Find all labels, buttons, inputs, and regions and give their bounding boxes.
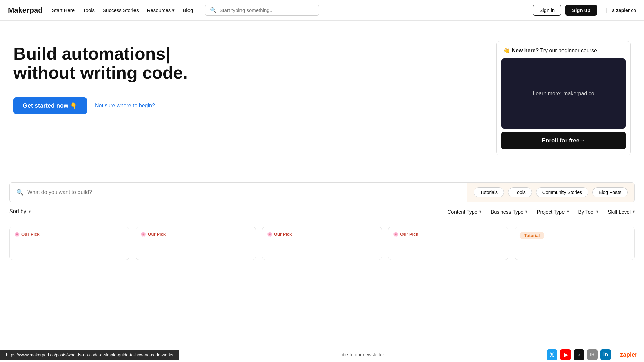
business-type-chevron-icon: ▾ bbox=[525, 209, 527, 214]
skill-level-dropdown[interactable]: Skill Level ▾ bbox=[608, 209, 635, 215]
enroll-button[interactable]: Enroll for free→ bbox=[501, 132, 626, 149]
sort-chevron-icon: ▾ bbox=[29, 209, 31, 214]
nav-search-input[interactable] bbox=[219, 7, 314, 13]
nav-success-stories[interactable]: Success Stories bbox=[103, 7, 139, 13]
our-pick-badge-2: 🌸 Our Pick bbox=[267, 232, 377, 237]
filter-tag-tutorials[interactable]: Tutorials bbox=[474, 187, 504, 197]
search-icon: 🔍 bbox=[210, 7, 217, 13]
wave-emoji: 👋 bbox=[503, 48, 510, 53]
signin-button[interactable]: Sign in bbox=[533, 5, 561, 16]
course-sub-text: Try our beginner course bbox=[540, 48, 597, 53]
project-type-dropdown[interactable]: Project Type ▾ bbox=[537, 209, 569, 215]
our-pick-badge-0: 🌸 Our Pick bbox=[14, 232, 124, 237]
project-type-chevron-icon: ▾ bbox=[567, 209, 569, 214]
hero-section: Build automations| without writing code.… bbox=[0, 21, 644, 172]
filter-section: 🔍 Tutorials Tools Community Stories Blog… bbox=[0, 172, 644, 202]
course-card-header: 👋 New here? Try our beginner course bbox=[497, 41, 630, 55]
new-here-label: New here? bbox=[512, 48, 539, 53]
card-3[interactable]: 🌸 Our Pick bbox=[388, 227, 508, 260]
hero-title-line2: without writing code. bbox=[13, 63, 476, 82]
sunflower-icon-3: 🌸 bbox=[393, 232, 398, 237]
hero-title-line1: Build automations| bbox=[13, 44, 476, 63]
skill-level-chevron-icon: ▾ bbox=[633, 209, 635, 214]
course-card: 👋 New here? Try our beginner course Lear… bbox=[496, 41, 631, 155]
hero-left: Build automations| without writing code.… bbox=[13, 41, 476, 114]
filter-search: 🔍 bbox=[10, 183, 467, 202]
card-1[interactable]: 🌸 Our Pick bbox=[136, 227, 256, 260]
hero-title: Build automations| without writing code. bbox=[13, 44, 476, 82]
filter-tag-blog-posts[interactable]: Blog Posts bbox=[592, 187, 628, 197]
sunflower-icon-2: 🌸 bbox=[267, 232, 272, 237]
content-type-chevron-icon: ▾ bbox=[479, 209, 481, 214]
nav-search-bar: 🔍 bbox=[205, 5, 319, 16]
nav-resources[interactable]: Resources ▾ bbox=[147, 7, 175, 13]
nav-blog[interactable]: Blog bbox=[183, 7, 193, 13]
not-sure-link[interactable]: Not sure where to begin? bbox=[95, 103, 155, 109]
sort-by-dropdown[interactable]: Sort by ▾ bbox=[9, 208, 31, 215]
filter-search-icon: 🔍 bbox=[16, 189, 24, 196]
chevron-down-icon: ▾ bbox=[172, 7, 175, 13]
content-type-dropdown[interactable]: Content Type ▾ bbox=[447, 209, 481, 215]
filter-search-input[interactable] bbox=[27, 183, 460, 201]
by-tool-chevron-icon: ▾ bbox=[596, 209, 598, 214]
hero-buttons: Get started now 👇 Not sure where to begi… bbox=[13, 97, 476, 114]
zapier-brand: zapier bbox=[616, 8, 630, 13]
logo[interactable]: Makerpad bbox=[8, 6, 43, 15]
sunflower-icon-1: 🌸 bbox=[141, 232, 146, 237]
tutorial-badge: Tutorial bbox=[520, 232, 545, 239]
navbar-right: Sign in Sign up a zapier co bbox=[533, 5, 636, 16]
card-4[interactable]: Tutorial bbox=[515, 227, 635, 260]
nav-start-here[interactable]: Start Here bbox=[52, 7, 75, 13]
get-started-button[interactable]: Get started now 👇 bbox=[13, 97, 87, 114]
signup-button[interactable]: Sign up bbox=[565, 5, 597, 16]
nav-tools[interactable]: Tools bbox=[83, 7, 95, 13]
filter-row: 🔍 Tutorials Tools Community Stories Blog… bbox=[9, 182, 635, 202]
filter-tag-tools[interactable]: Tools bbox=[508, 187, 532, 197]
hero-right: 👋 New here? Try our beginner course Lear… bbox=[496, 41, 631, 155]
card-0[interactable]: 🌸 Our Pick bbox=[9, 227, 129, 260]
zapier-badge: a zapier co bbox=[606, 8, 636, 13]
navbar-links: Start Here Tools Success Stories Resourc… bbox=[52, 7, 193, 13]
course-video-text: Learn more: makerpad.co bbox=[533, 90, 594, 97]
filter-tags: Tutorials Tools Community Stories Blog P… bbox=[467, 183, 634, 202]
cards-row: 🌸 Our Pick 🌸 Our Pick 🌸 Our Pick 🌸 Our P… bbox=[0, 221, 644, 260]
navbar: Makerpad Start Here Tools Success Storie… bbox=[0, 0, 644, 21]
filter-tag-community-stories[interactable]: Community Stories bbox=[536, 187, 588, 197]
by-tool-dropdown[interactable]: By Tool ▾ bbox=[578, 209, 599, 215]
our-pick-badge-3: 🌸 Our Pick bbox=[393, 232, 503, 237]
sort-row: Sort by ▾ Content Type ▾ Business Type ▾… bbox=[0, 202, 644, 221]
sunflower-icon-0: 🌸 bbox=[14, 232, 20, 237]
card-2[interactable]: 🌸 Our Pick bbox=[262, 227, 382, 260]
business-type-dropdown[interactable]: Business Type ▾ bbox=[491, 209, 527, 215]
sort-by-label: Sort by bbox=[9, 208, 26, 215]
course-video[interactable]: Learn more: makerpad.co bbox=[501, 58, 626, 129]
our-pick-badge-1: 🌸 Our Pick bbox=[141, 232, 251, 237]
